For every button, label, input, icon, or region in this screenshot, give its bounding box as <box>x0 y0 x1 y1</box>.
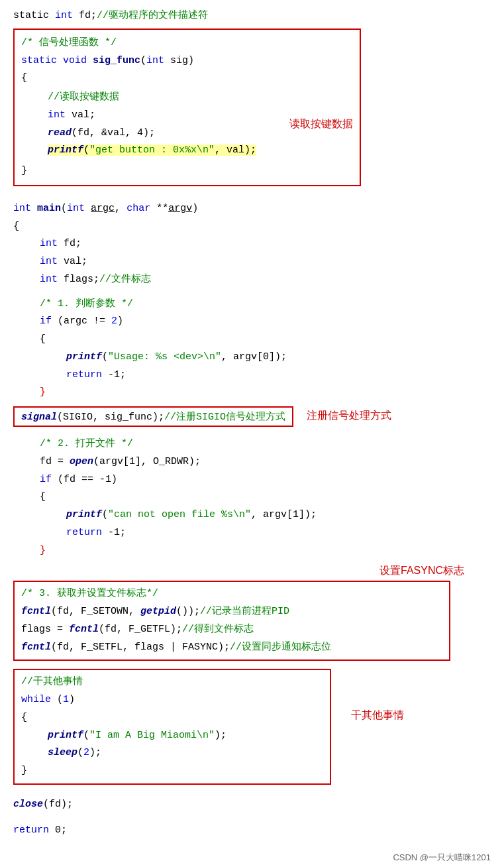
if-fd-brace-open: { <box>13 489 491 506</box>
return-neg1-first: return -1; <box>13 367 491 384</box>
int-val: int val; <box>21 107 256 124</box>
annotation-while: 干其他事情 <box>351 709 404 720</box>
comment-open-file: /* 2. 打开文件 */ <box>13 436 491 453</box>
fasync-comment: /* 3. 获取并设置文件标志*/ <box>21 586 442 603</box>
fcntl-setown: fcntl(fd, F_SETOWN, getpid());//记录当前进程PI… <box>21 604 442 620</box>
fcntl-setfl: fcntl(fd, F_SETFL, flags | FASYNC);//设置同… <box>21 640 442 656</box>
while-decl: while (1) <box>21 692 323 709</box>
sig-func-brace-close: } <box>21 163 353 180</box>
printf-cannot-open: printf("can not open file %s\n", argv[1]… <box>13 507 491 524</box>
return-neg1-second: return -1; <box>13 525 491 542</box>
line-static-fd: static int fd;//驱动程序的文件描述符 <box>13 8 491 25</box>
read-call: read(fd, &val, 4); <box>21 125 256 142</box>
sig-func-decl: static void sig_func(int sig) <box>21 53 353 70</box>
signal-box: signal(SIGIO, sig_func);//注册SIGIO信号处理方式 <box>13 406 293 427</box>
fd-open: fd = open(argv[1], O_RDWR); <box>13 454 491 471</box>
if-brace-close: } <box>13 384 491 401</box>
printf-miaomi: printf("I am A Big Miaomi\n"); <box>21 728 323 744</box>
if-argc: if (argc != 2) <box>13 314 491 330</box>
sig-func-brace-open: { <box>21 70 353 87</box>
if-fd-brace-close: } <box>13 543 491 559</box>
if-brace-open: { <box>13 331 491 348</box>
printf-get-button: printf("get button : 0x%x\n", val); <box>21 143 256 159</box>
while-row: //干其他事情 while (1) { printf("I am A Big M… <box>13 669 491 785</box>
int-fd: int fd; <box>13 236 491 253</box>
fasync-annotation-row: 设置FASYNC标志 <box>13 564 491 578</box>
while-brace-close: } <box>21 763 323 779</box>
int-flags: int flags;//文件标志 <box>13 272 491 288</box>
signal-annotation-row: signal(SIGIO, sig_func);//注册SIGIO信号处理方式 … <box>13 406 491 427</box>
annotation-read: 读取按键数据 <box>289 118 353 129</box>
while-comment: //干其他事情 <box>21 674 323 691</box>
if-fd-neg1: if (fd == -1) <box>13 472 491 488</box>
sig-func-comment: /* 信号处理函数 */ <box>21 35 353 52</box>
sleep-call: sleep(2); <box>21 745 323 762</box>
annotation-fasync: 设置FASYNC标志 <box>379 565 464 576</box>
close-fd: close(fd); <box>13 797 491 813</box>
main-decl: int main(int argc, char **argv) <box>13 201 491 217</box>
main-brace-open: { <box>13 219 491 235</box>
while-brace-open: { <box>21 710 323 726</box>
read-comment: //读取按键数据 <box>21 89 256 106</box>
comment-check-params: /* 1. 判断参数 */ <box>13 296 491 313</box>
read-annotation-row: //读取按键数据 int val; read(fd, &val, 4); pri… <box>21 88 353 160</box>
printf-usage: printf("Usage: %s <dev>\n", argv[0]); <box>13 349 491 366</box>
footer-credit: CSDN @一只大喵咪1201 <box>13 852 491 861</box>
fasync-box: /* 3. 获取并设置文件标志*/ fcntl(fd, F_SETOWN, ge… <box>13 581 450 661</box>
annotation-signal: 注册信号处理方式 <box>307 410 391 421</box>
int-val-main: int val; <box>13 254 491 270</box>
sig-func-box: /* 信号处理函数 */ static void sig_func(int si… <box>13 29 361 186</box>
code-container: static int fd;//驱动程序的文件描述符 /* 信号处理函数 */ … <box>13 8 491 861</box>
while-box: //干其他事情 while (1) { printf("I am A Big M… <box>13 669 331 785</box>
return-zero: return 0; <box>13 823 491 839</box>
flags-getfl: flags = fcntl(fd, F_GETFL);//得到文件标志 <box>21 622 442 638</box>
